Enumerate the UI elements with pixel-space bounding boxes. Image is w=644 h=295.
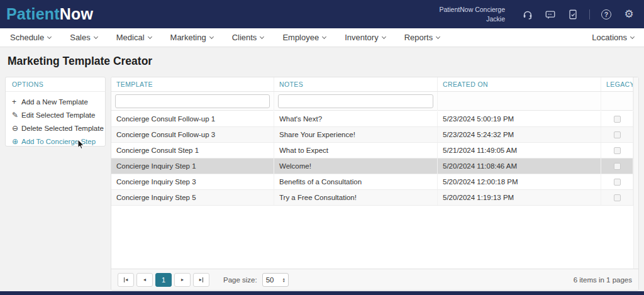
- caret-right-icon: ▸: [199, 277, 202, 282]
- legacy-checkbox[interactable]: [614, 131, 621, 138]
- header-divider: [589, 9, 590, 19]
- app-header: PatientNow PatientNow Concierge Jackie: [0, 0, 644, 28]
- page-size-select[interactable]: 50 ▴▾: [262, 273, 289, 287]
- logo-text-now: Now: [60, 5, 93, 23]
- legacy-checkbox[interactable]: [614, 116, 621, 123]
- first-page-button[interactable]: ◂: [118, 273, 134, 287]
- legacy-filter-cell: [601, 92, 633, 111]
- notes-filter-input[interactable]: [278, 94, 433, 108]
- chevron-down-icon: [148, 35, 152, 39]
- chevron-down-icon: [382, 35, 386, 39]
- nav-sales[interactable]: Sales: [70, 33, 97, 42]
- column-header-created-on[interactable]: CREATED ON: [438, 77, 601, 91]
- settings-gear-icon[interactable]: ⚙: [623, 8, 635, 21]
- column-header-template[interactable]: TEMPLATE: [111, 77, 274, 91]
- nav-schedule[interactable]: Schedule: [10, 33, 51, 42]
- nav-inventory[interactable]: Inventory: [345, 33, 385, 42]
- previous-page-button[interactable]: ◂: [136, 273, 153, 287]
- table-row[interactable]: Concierge Consult Follow-up 1 What's Nex…: [111, 111, 638, 127]
- template-filter-input[interactable]: [115, 94, 270, 108]
- chevron-down-icon: [47, 35, 52, 39]
- pagination-bar: ◂ ◂ 1 ▸ ▸ Page size: 50 ▴▾ 6 items in 1 …: [111, 269, 638, 290]
- caret-right-icon: ▸: [181, 277, 184, 282]
- table-row[interactable]: Concierge Consult Follow-up 3 Share Your…: [111, 127, 638, 143]
- add-new-template-button[interactable]: + Add a New Template: [6, 95, 105, 108]
- caret-left-icon: ◂: [143, 277, 146, 282]
- help-icon[interactable]: ?: [600, 8, 613, 21]
- vertical-scrollbar[interactable]: [633, 77, 638, 269]
- user-info: PatientNow Concierge Jackie: [440, 5, 505, 23]
- chevron-down-icon: [436, 35, 440, 39]
- chat-icon[interactable]: [544, 8, 557, 21]
- legacy-checkbox[interactable]: [614, 194, 621, 201]
- pencil-icon: ✎: [12, 111, 21, 120]
- patientnow-logo: PatientNow: [6, 5, 93, 23]
- delete-selected-template-button[interactable]: ⊖ Delete Selected Template: [6, 121, 105, 135]
- column-header-legacy[interactable]: LEGACY: [601, 77, 633, 91]
- nav-clients[interactable]: Clients: [232, 33, 264, 42]
- options-panel: OPTIONS + Add a New Template ✎ Edit Sele…: [5, 77, 106, 147]
- document-check-icon[interactable]: [567, 8, 579, 21]
- nav-locations[interactable]: Locations: [592, 33, 634, 42]
- legacy-checkbox[interactable]: [614, 163, 621, 170]
- column-header-notes[interactable]: NOTES: [274, 77, 438, 91]
- nav-medical[interactable]: Medical: [116, 33, 152, 42]
- headset-icon[interactable]: [521, 8, 534, 21]
- nav-reports[interactable]: Reports: [404, 33, 440, 42]
- logo-text-patient: Patient: [6, 5, 60, 23]
- add-to-concierge-step-button[interactable]: ⊕ Add To Concierge Step: [6, 135, 105, 148]
- nav-employee[interactable]: Employee: [282, 33, 326, 42]
- next-page-button[interactable]: ▸: [174, 273, 191, 287]
- user-account-name: PatientNow Concierge: [440, 5, 505, 14]
- page-title: Marketing Template Creator: [8, 55, 152, 68]
- plus-circle-icon: ⊕: [12, 137, 21, 146]
- page-number-button[interactable]: 1: [155, 273, 172, 287]
- table-row[interactable]: Concierge Inquiry Step 5 Try a Free Cons…: [111, 190, 638, 206]
- chevron-down-icon: [630, 35, 635, 39]
- grid-filter-row: [111, 92, 638, 111]
- templates-grid: TEMPLATE NOTES CREATED ON LEGACY Concier…: [111, 77, 639, 291]
- table-row[interactable]: Concierge Inquiry Step 3 Benefits of a C…: [111, 174, 638, 190]
- table-row[interactable]: Concierge Consult Step 1 What to Expect …: [111, 143, 638, 159]
- table-row-selected[interactable]: Concierge Inquiry Step 1 Welcome! 5/20/2…: [111, 159, 638, 174]
- legacy-checkbox[interactable]: [614, 179, 621, 186]
- plus-icon: +: [12, 97, 21, 106]
- chevron-down-icon: [322, 35, 326, 39]
- spinner-arrows-icon: ▴▾: [283, 277, 285, 282]
- grid-header-row: TEMPLATE NOTES CREATED ON LEGACY: [111, 77, 638, 92]
- page-size-label: Page size:: [223, 276, 257, 284]
- main-navbar: Schedule Sales Medical Marketing Clients…: [0, 28, 644, 47]
- bottom-navy-strip: [0, 291, 644, 295]
- edit-selected-template-button[interactable]: ✎ Edit Selected Template: [6, 108, 105, 121]
- nav-marketing[interactable]: Marketing: [170, 33, 213, 42]
- minus-circle-icon: ⊖: [12, 124, 21, 133]
- created-on-filter-cell: [438, 92, 601, 111]
- user-name: Jackie: [440, 14, 505, 23]
- grid-body: Concierge Consult Follow-up 1 What's Nex…: [111, 111, 638, 269]
- caret-left-icon: ◂: [125, 277, 128, 282]
- chevron-down-icon: [209, 35, 214, 39]
- items-summary: 6 items in 1 pages: [574, 276, 632, 284]
- last-page-button[interactable]: ▸: [193, 273, 209, 287]
- chevron-down-icon: [260, 35, 264, 39]
- options-panel-title: OPTIONS: [6, 77, 105, 92]
- chevron-down-icon: [94, 35, 98, 39]
- legacy-checkbox[interactable]: [614, 147, 621, 154]
